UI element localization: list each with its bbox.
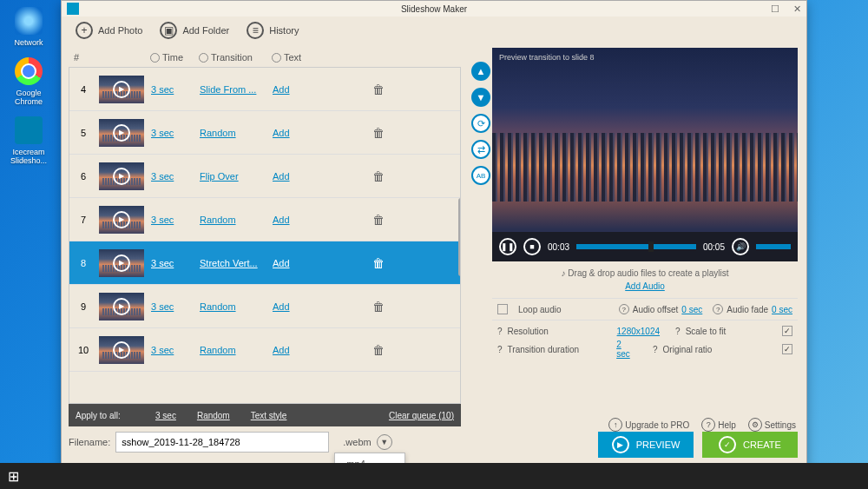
- slide-transition[interactable]: Random: [200, 345, 273, 355]
- scrollbar[interactable]: [458, 198, 461, 276]
- seek-bar[interactable]: [576, 244, 696, 249]
- settings-link[interactable]: ⚙Settings: [748, 418, 796, 432]
- help-icon[interactable]: ?: [497, 345, 503, 354]
- desktop-icecream[interactable]: Icecream Slidesho...: [7, 116, 50, 165]
- slide-text[interactable]: Add: [273, 84, 368, 95]
- slide-thumbnail[interactable]: ▶: [99, 76, 144, 103]
- delete-icon[interactable]: 🗑: [368, 169, 389, 183]
- slide-time[interactable]: 3 sec: [151, 258, 200, 268]
- slide-time[interactable]: 3 sec: [151, 301, 200, 312]
- help-icon[interactable]: ?: [675, 327, 681, 336]
- apply-label: Apply to all:: [76, 411, 155, 420]
- slide-thumbnail[interactable]: ▶: [99, 293, 144, 320]
- delete-icon[interactable]: 🗑: [368, 126, 389, 140]
- col-text[interactable]: Text: [272, 52, 376, 63]
- fade-value[interactable]: 0 sec: [772, 305, 792, 314]
- slide-text[interactable]: Add: [273, 215, 368, 225]
- col-transition[interactable]: Transition: [199, 52, 272, 63]
- apply-text-style[interactable]: Text style: [251, 411, 287, 420]
- delete-icon[interactable]: 🗑: [368, 213, 389, 227]
- apply-time[interactable]: 3 sec: [155, 411, 176, 420]
- slide-transition[interactable]: Random: [200, 301, 273, 312]
- col-number: #: [74, 52, 100, 63]
- slide-text[interactable]: Add: [273, 258, 368, 268]
- slide-time[interactable]: 3 sec: [151, 345, 200, 355]
- add-folder-button[interactable]: ▣ Add Folder: [153, 20, 236, 41]
- slide-thumbnail[interactable]: ▶: [99, 119, 144, 147]
- upgrade-link[interactable]: ↑Upgrade to PRO: [608, 418, 689, 432]
- delete-icon[interactable]: 🗑: [368, 343, 389, 357]
- shuffle-button[interactable]: ⇄: [471, 140, 490, 159]
- history-button[interactable]: ≡ History: [240, 20, 306, 41]
- text-icon: [272, 53, 281, 63]
- add-audio-link[interactable]: Add Audio: [625, 281, 665, 291]
- slide-text[interactable]: Add: [273, 128, 368, 138]
- slide-thumbnail[interactable]: ▶: [99, 162, 144, 190]
- apply-transition[interactable]: Random: [197, 411, 230, 420]
- play-icon: ▶: [113, 254, 130, 272]
- resolution-value[interactable]: 1280x1024: [617, 327, 661, 336]
- scale-checkbox[interactable]: ✓: [782, 326, 792, 336]
- slide-text[interactable]: Add: [273, 345, 368, 355]
- seek-handle[interactable]: [648, 241, 654, 252]
- volume-button[interactable]: 🔊: [732, 238, 749, 255]
- app-window: Slideshow Maker ☐ ✕ + Add Photo ▣ Add Fo…: [61, 0, 807, 467]
- start-button[interactable]: ⊞: [0, 463, 26, 489]
- slide-time[interactable]: 3 sec: [151, 215, 200, 225]
- help-icon[interactable]: ?: [713, 304, 723, 314]
- slide-thumbnail[interactable]: ▶: [99, 206, 144, 234]
- volume-slider[interactable]: [756, 244, 791, 249]
- slide-thumbnail[interactable]: ▶: [99, 249, 144, 277]
- format-button[interactable]: .webm ▼: [338, 432, 397, 453]
- move-up-button[interactable]: ▲: [471, 62, 490, 81]
- add-photo-button[interactable]: + Add Photo: [69, 20, 149, 41]
- duration-value[interactable]: 2 sec: [616, 340, 637, 359]
- slide-row[interactable]: 8▶3 secStretch Vert...Add🗑: [69, 241, 460, 285]
- desktop-chrome[interactable]: Google Chrome: [7, 57, 50, 106]
- slide-row[interactable]: 7▶3 secRandomAdd🗑: [69, 198, 460, 241]
- slide-row[interactable]: 4▶3 secSlide From ...Add🗑: [69, 68, 460, 111]
- slide-text[interactable]: Add: [273, 301, 368, 312]
- slide-transition[interactable]: Slide From ...: [200, 84, 273, 95]
- play-icon: ▶: [612, 436, 629, 453]
- slide-transition[interactable]: Flip Over: [200, 171, 273, 182]
- slide-transition[interactable]: Stretch Vert...: [200, 258, 273, 268]
- ratio-checkbox[interactable]: ✓: [782, 344, 792, 354]
- desktop-network[interactable]: Network: [7, 7, 50, 47]
- delete-icon[interactable]: 🗑: [368, 83, 389, 96]
- help-icon[interactable]: ?: [497, 327, 503, 336]
- slide-row[interactable]: 9▶3 secRandomAdd🗑: [69, 285, 460, 328]
- slide-transition[interactable]: Random: [200, 215, 273, 225]
- loop-checkbox[interactable]: [497, 304, 508, 314]
- slide-row[interactable]: 5▶3 secRandomAdd🗑: [69, 111, 460, 155]
- create-button[interactable]: ✓ CREATE: [702, 432, 798, 458]
- move-down-button[interactable]: ▼: [471, 88, 490, 107]
- fade-label: Audio fade: [727, 305, 768, 314]
- help-icon[interactable]: ?: [619, 304, 629, 314]
- maximize-icon[interactable]: ☐: [771, 3, 779, 15]
- help-icon[interactable]: ?: [653, 345, 658, 354]
- play-icon: ▶: [113, 124, 130, 142]
- clear-queue[interactable]: Clear queue (10): [389, 411, 454, 420]
- slide-transition[interactable]: Random: [200, 128, 273, 138]
- offset-value[interactable]: 0 sec: [681, 305, 702, 314]
- slide-row[interactable]: 10▶3 secRandomAdd🗑: [69, 328, 460, 372]
- rotate-button[interactable]: ⟳: [471, 114, 490, 133]
- stop-button[interactable]: ■: [523, 238, 541, 255]
- slide-list[interactable]: 4▶3 secSlide From ...Add🗑5▶3 secRandomAd…: [69, 67, 461, 404]
- preview-button[interactable]: ▶ PREVIEW: [598, 432, 694, 458]
- slide-thumbnail[interactable]: ▶: [99, 336, 144, 364]
- delete-icon[interactable]: 🗑: [368, 300, 389, 314]
- pause-button[interactable]: ❚❚: [499, 238, 516, 255]
- col-time[interactable]: Time: [150, 52, 199, 63]
- slide-row[interactable]: 6▶3 secFlip OverAdd🗑: [69, 155, 460, 198]
- filename-input[interactable]: [115, 432, 329, 453]
- slide-time[interactable]: 3 sec: [151, 84, 200, 95]
- slide-time[interactable]: 3 sec: [151, 128, 200, 138]
- ab-button[interactable]: AB: [471, 166, 490, 185]
- delete-icon[interactable]: 🗑: [368, 256, 389, 270]
- slide-time[interactable]: 3 sec: [151, 171, 200, 182]
- slide-text[interactable]: Add: [273, 171, 368, 182]
- help-link[interactable]: ?Help: [701, 418, 736, 432]
- close-icon[interactable]: ✕: [793, 3, 801, 15]
